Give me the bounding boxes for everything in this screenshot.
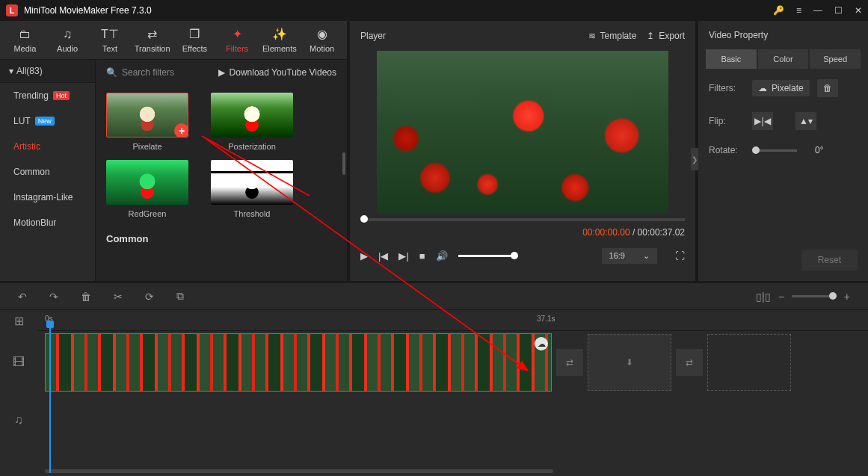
speed-button[interactable]: ⟳ [145,291,154,303]
cat-artistic[interactable]: Artistic [0,134,95,159]
tab-effects[interactable]: ❐Effects [174,27,215,53]
flip-horizontal-button[interactable]: ▶|◀ [752,112,773,130]
properties-panel: ❯ Video Property Basic Color Speed Filte… [698,21,868,281]
zoom-fit-button[interactable]: ▯|▯ [756,291,771,303]
split-button[interactable]: ✂ [114,291,123,303]
filter-thumb-posterization[interactable]: Posterization [211,93,293,151]
tab-audio[interactable]: ♫Audio [47,28,88,53]
tab-transition[interactable]: ⇄Transition [132,27,173,53]
flip-h-icon: ▶|◀ [754,116,770,126]
preview-viewport[interactable] [377,51,668,214]
export-icon: ↥ [647,31,654,41]
app-logo: L [6,4,18,16]
zoom-in-button[interactable]: + [844,291,850,303]
rotate-label: Rotate: [709,145,745,155]
props-tab-color[interactable]: Color [758,49,809,69]
tab-media[interactable]: 🗀Media [4,28,46,53]
close-icon[interactable]: ✕ [855,5,862,16]
filter-all[interactable]: ▾All(83) [0,60,95,83]
audio-track-icon: ♫ [0,394,37,446]
next-frame-button[interactable]: ▶| [398,250,408,262]
add-filter-button[interactable]: + [174,123,188,137]
tab-text[interactable]: T⊤Text [90,27,131,53]
redo-button[interactable]: ↷ [49,291,58,303]
aspect-select[interactable]: 16:9⌄ [602,248,657,264]
props-tab-speed[interactable]: Speed [810,49,861,69]
player-panel: Player ≋Template ↥Export 00:00:00.00 / 0… [350,21,695,281]
ghost-clip-slot[interactable] [707,334,791,391]
sparkle-icon: ✨ [272,27,287,41]
undo-button[interactable]: ↶ [18,291,27,303]
flip-v-icon: ▲▾ [799,116,813,126]
hamburger-icon[interactable]: ≡ [796,5,801,16]
reset-button[interactable]: Reset [801,250,858,271]
download-youtube-link[interactable]: ▶Download YouTube Videos [218,67,336,78]
circle-icon: ◉ [317,27,327,41]
tab-motion[interactable]: ◉Motion [301,27,342,53]
time-display: 00:00:00.00 / 00:00:37.02 [350,224,695,241]
swap-icon: ⇄ [147,27,157,41]
app-title: MiniTool MovieMaker Free 7.3.0 [24,5,152,16]
blob-icon: ✦ [233,27,242,41]
video-clip[interactable]: ☁ [45,333,552,392]
rotate-slider[interactable] [752,149,797,152]
export-button[interactable]: ↥Export [647,31,685,41]
cat-common[interactable]: Common [0,159,95,185]
delete-button[interactable]: 🗑 [81,291,91,303]
transition-slot[interactable]: ⇄ [556,349,583,376]
scrollbar[interactable] [342,152,345,175]
text-icon: T⊤ [101,27,119,41]
prev-frame-button[interactable]: |◀ [378,250,388,262]
cat-instagram[interactable]: Instagram-Like [0,185,95,210]
tab-elements[interactable]: ✨Elements [259,27,301,53]
fullscreen-button[interactable]: ⛶ [675,250,685,262]
zoom-slider[interactable] [792,295,837,297]
trash-icon: 🗑 [823,83,832,93]
media-panel: 🗀Media ♫Audio T⊤Text ⇄Transition ❐Effect… [0,21,347,281]
empty-clip-slot[interactable]: ⬇ [588,334,671,391]
minimize-icon[interactable]: — [813,5,822,16]
new-badge: New [35,117,55,126]
play-button[interactable]: ▶ [360,250,368,262]
zoom-out-button[interactable]: − [778,291,784,303]
filter-thumb-threshold[interactable]: Threshold [211,160,293,218]
filters-label: Filters: [709,83,745,93]
flip-vertical-button[interactable]: ▲▾ [795,112,816,130]
tab-filters[interactable]: ✦Filters [217,27,258,53]
stop-button[interactable]: ■ [419,250,425,262]
player-title: Player [360,31,386,41]
applied-filter-chip[interactable]: ☁Pixelate [752,80,810,96]
cat-lut[interactable]: LUTNew [0,108,95,134]
props-tab-basic[interactable]: Basic [706,49,757,69]
maximize-icon[interactable]: ☐ [834,5,843,16]
volume-icon[interactable]: 🔊 [436,250,448,262]
youtube-icon: ▶ [218,67,225,78]
transition-slot-2[interactable]: ⇄ [676,349,703,376]
filter-thumb-redgreen[interactable]: RedGreen [106,160,188,218]
cat-motionblur[interactable]: MotionBlur [0,210,95,235]
add-track-button[interactable]: ⊞ [0,310,37,331]
key-icon[interactable]: 🔑 [773,5,784,16]
player-seek-slider[interactable] [360,218,685,221]
flip-label: Flip: [709,116,745,126]
playhead[interactable] [49,324,51,473]
rotate-value: 0° [815,145,823,155]
video-track-icon: 🎞 [0,331,37,394]
template-button[interactable]: ≋Template [588,31,637,41]
clip-filter-indicator[interactable]: ☁ [535,337,548,350]
timeline-h-scrollbar[interactable] [45,469,553,473]
crop-button[interactable]: ⧉ [176,290,184,303]
section-common: Common [106,227,336,250]
delete-filter-button[interactable]: 🗑 [817,79,838,97]
filter-grid: + Pixelate Posterization RedGreen [96,85,347,281]
props-title: Video Property [698,21,868,49]
volume-slider[interactable] [458,255,518,257]
cat-trending[interactable]: TrendingHot [0,83,95,108]
collapse-handle[interactable]: ❯ [691,148,698,170]
filter-thumb-pixelate[interactable]: + Pixelate [106,93,188,151]
layers-icon: ❐ [189,27,200,41]
note-icon: ♫ [63,28,72,41]
titlebar: L MiniTool MovieMaker Free 7.3.0 🔑 ≡ — ☐… [0,0,868,21]
timeline-ruler[interactable]: 0s 37.1s [37,310,868,331]
search-input[interactable]: 🔍Search filters [106,67,174,78]
